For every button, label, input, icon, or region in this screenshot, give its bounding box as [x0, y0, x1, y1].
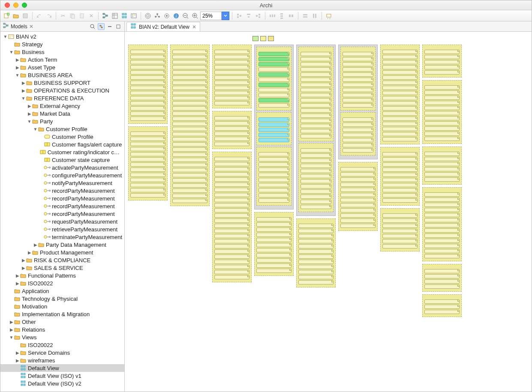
diagram-element[interactable] [382, 122, 418, 126]
diagram-element[interactable] [382, 81, 418, 85]
diagram-element[interactable] [382, 188, 418, 192]
disclosure-triangle-icon[interactable]: ▼ [27, 119, 32, 124]
diagram-element[interactable] [256, 248, 292, 252]
disclosure-triangle-icon[interactable]: ▶ [21, 266, 26, 270]
diagram-element[interactable] [172, 189, 207, 193]
cut-button[interactable]: ✂ [59, 12, 67, 20]
diagram-element[interactable] [258, 183, 289, 187]
diagram-element[interactable] [424, 96, 460, 100]
diagram-element[interactable] [258, 173, 289, 177]
hints-button[interactable] [153, 12, 162, 20]
diagram-element[interactable] [130, 132, 165, 136]
tree-item[interactable]: Customer state capture [0, 156, 124, 164]
diagram-group[interactable] [296, 218, 336, 287]
diagram-element[interactable] [301, 179, 331, 183]
diagram-element[interactable] [172, 183, 207, 188]
tree-item[interactable]: configurePartyMeasurement [0, 171, 124, 179]
diagram-group[interactable] [212, 45, 252, 108]
diagram-element[interactable] [382, 157, 418, 162]
diagram-element[interactable] [214, 142, 249, 146]
diagram-element[interactable] [298, 270, 334, 274]
diagram-group[interactable] [338, 162, 378, 231]
diagram-element[interactable] [424, 213, 460, 217]
diagram-element[interactable] [301, 169, 331, 173]
tree-item[interactable]: ▼BUSINESS AREA [0, 71, 124, 79]
diagram-element[interactable] [172, 199, 207, 203]
diagram-element[interactable] [301, 72, 331, 77]
diagram-element[interactable] [214, 249, 249, 254]
distribute-h-button[interactable] [268, 12, 277, 20]
tree-item[interactable]: ▶Product Management [0, 248, 124, 256]
diagram-element[interactable] [382, 55, 418, 59]
diagram-element[interactable] [172, 122, 207, 126]
tree-item[interactable]: ▶Party Data Management [0, 241, 124, 248]
diagram-element[interactable] [382, 162, 418, 167]
diagram-element[interactable] [172, 137, 207, 141]
diagram-element[interactable] [298, 265, 334, 269]
diagram-element[interactable] [256, 217, 292, 221]
new-model-button[interactable] [2, 12, 11, 20]
diagram-element[interactable] [424, 65, 460, 69]
diagram-group[interactable] [422, 264, 462, 292]
diagram-element[interactable] [258, 123, 289, 127]
diagram-element[interactable] [298, 260, 334, 264]
diagram-group[interactable] [422, 45, 462, 78]
tree-item[interactable]: Application [0, 287, 124, 295]
diagram-element[interactable] [214, 75, 249, 80]
diagram-element[interactable] [256, 238, 292, 242]
diagram-element[interactable] [343, 52, 373, 56]
diagram-element[interactable] [172, 75, 207, 80]
tree-item[interactable]: ▶SALES & SERVICE [0, 264, 124, 272]
diagram-element[interactable] [130, 65, 165, 69]
diagram-element[interactable] [256, 258, 292, 263]
diagram-element[interactable] [214, 121, 249, 126]
diagram-element[interactable] [298, 244, 334, 248]
diagram-element[interactable] [343, 138, 373, 142]
diagram-element[interactable] [424, 249, 460, 253]
tree-item[interactable]: ▶Action Term [0, 56, 124, 63]
diagram-element[interactable] [382, 218, 418, 223]
diagram-element[interactable] [130, 168, 165, 172]
delete-button[interactable]: ✕ [87, 12, 96, 20]
diagram-element[interactable] [214, 91, 249, 95]
diagram-element[interactable] [424, 305, 460, 309]
diagram-group[interactable] [128, 126, 168, 200]
disclosure-triangle-icon[interactable]: ▶ [15, 273, 20, 278]
disclosure-triangle-icon[interactable]: ▶ [33, 242, 38, 247]
diagram-element[interactable] [214, 213, 249, 218]
diagram-element[interactable] [258, 157, 289, 162]
diagram-element[interactable] [382, 65, 418, 69]
diagram-element[interactable] [301, 129, 331, 133]
diagram-element[interactable] [424, 111, 460, 115]
tree-item[interactable]: recordPartyMeasurement [0, 210, 124, 218]
diagram-element[interactable] [382, 111, 418, 116]
disclosure-triangle-icon[interactable]: ▶ [27, 250, 32, 255]
diagram-element[interactable] [301, 184, 331, 189]
diagram-element[interactable] [382, 70, 418, 75]
diagram-group[interactable] [338, 45, 378, 159]
tree-item[interactable]: Customer Profile [0, 133, 124, 141]
diagram-element[interactable] [343, 78, 373, 82]
diagram-element[interactable] [256, 222, 292, 227]
tree-item[interactable]: ▶RISK & COMPLIANCE [0, 256, 124, 264]
diagram-element[interactable] [214, 203, 249, 207]
diagram-element[interactable] [343, 83, 373, 87]
diagram-element[interactable] [424, 126, 460, 131]
diagram-element[interactable] [130, 157, 165, 162]
diagram-element[interactable] [424, 101, 460, 105]
diagram-element[interactable] [382, 183, 418, 187]
diagram-element[interactable] [382, 91, 418, 95]
tree-item[interactable]: Motivation [0, 302, 124, 310]
tree-item[interactable]: Implementation & Migration [0, 310, 124, 318]
diagram-element[interactable] [172, 147, 207, 152]
diagram-element[interactable] [301, 57, 331, 61]
diagram-element[interactable] [256, 233, 292, 237]
diagram-element[interactable] [424, 55, 460, 59]
diagram-element[interactable] [301, 134, 331, 138]
diagram-element[interactable] [382, 60, 418, 64]
diagram-element[interactable] [340, 177, 376, 182]
diagram-element[interactable] [301, 62, 331, 66]
tree-item[interactable]: Customer flags/alert capture [0, 141, 124, 148]
diagram-element[interactable] [343, 93, 373, 97]
diagram-element[interactable] [424, 299, 460, 304]
